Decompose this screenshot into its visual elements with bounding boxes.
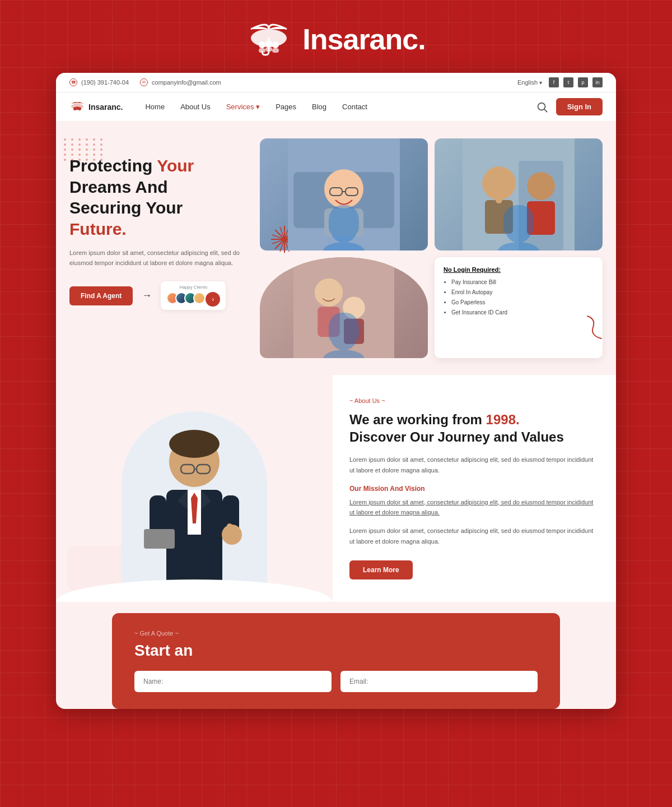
phone-icon: ☎ xyxy=(69,78,77,86)
svg-rect-39 xyxy=(344,319,364,344)
twitter-icon[interactable]: t xyxy=(563,77,573,87)
client-avatars: › xyxy=(166,292,220,307)
dot-pattern: // Will generate dots via JS below xyxy=(64,138,105,161)
svg-point-3 xyxy=(272,41,279,48)
social-links: f t p in xyxy=(549,77,603,87)
find-agent-button[interactable]: Find A Agent xyxy=(69,286,133,305)
quote-section: ~ Get A Quote ~ Start an xyxy=(112,613,560,709)
about-mission-desc-2: Lorem ipsum dolor sit amet, consectetur … xyxy=(349,526,599,546)
email-contact: ✉ companyinfo@gmail.com xyxy=(140,78,221,86)
svg-point-42 xyxy=(169,430,220,458)
main-card: ☎ (190) 391-740-04 ✉ companyinfo@gmail.c… xyxy=(56,73,616,709)
quote-heading: Start an xyxy=(134,641,538,660)
no-login-item-4: Get Insurance ID Card xyxy=(451,308,594,318)
about-mission-desc-1: Lorem ipsum dolor sit amet, consectetur … xyxy=(349,497,599,518)
svg-rect-27 xyxy=(324,208,363,236)
nav-about[interactable]: About Us xyxy=(180,103,210,111)
pinterest-icon[interactable]: p xyxy=(578,77,588,87)
nav-home[interactable]: Home xyxy=(145,103,165,111)
no-login-item-2: Enrol In Autopay xyxy=(451,287,594,298)
linkedin-icon[interactable]: in xyxy=(592,77,603,87)
about-description: Lorem ipsum dolor sit amet, consectetur … xyxy=(349,454,599,475)
phone-number: (190) 391-740-04 xyxy=(81,79,129,86)
client-avatar-4 xyxy=(193,292,206,304)
no-login-list: Pay Insurance Bill Enrol In Autopay Go P… xyxy=(444,277,594,318)
nav-logo-text: Insaranc. xyxy=(88,103,123,112)
top-bar-right: English f t p in xyxy=(517,77,603,87)
about-person-background xyxy=(122,411,267,602)
svg-rect-4 xyxy=(259,48,265,53)
quote-email-input[interactable] xyxy=(340,671,538,692)
nav-logo: Insaranc. xyxy=(69,99,123,115)
sign-in-button[interactable]: Sign In xyxy=(556,98,603,115)
svg-rect-53 xyxy=(227,523,232,536)
couple-car-placeholder xyxy=(435,138,603,251)
hero-heading-your: Your xyxy=(157,156,194,175)
happy-clients-label: Happy Clients xyxy=(179,285,207,290)
hero-image-man-car xyxy=(260,138,428,251)
svg-point-10 xyxy=(78,107,81,110)
about-person-illustration xyxy=(122,411,267,602)
no-login-item-1: Pay Insurance Bill xyxy=(451,277,594,287)
about-tag: ~ About Us ~ xyxy=(349,397,599,404)
top-bar-contact-info: ☎ (190) 391-740-04 ✉ companyinfo@gmail.c… xyxy=(69,78,221,86)
no-login-card: No Login Required: Pay Insurance Bill En… xyxy=(435,257,603,358)
brand-title: Insaranc. xyxy=(302,22,425,56)
family-placeholder xyxy=(260,257,428,358)
search-icon[interactable] xyxy=(536,101,548,113)
svg-point-1 xyxy=(259,41,265,48)
about-heading: We are working from 1998. Discover Our J… xyxy=(349,411,599,446)
quote-name-input[interactable] xyxy=(134,671,332,692)
svg-rect-55 xyxy=(144,529,175,549)
curl-decoration-icon xyxy=(585,313,607,341)
nav-bar: Insaranc. Home About Us Services ▾ Pages… xyxy=(56,92,616,122)
hero-heading-securing: Securing Your xyxy=(69,198,183,217)
svg-point-11 xyxy=(538,103,545,110)
hero-heading: Protecting Your Dreams And Securing Your… xyxy=(69,150,249,239)
language-selector[interactable]: English xyxy=(517,79,542,86)
email-icon: ✉ xyxy=(140,78,148,86)
learn-more-button[interactable]: Learn More xyxy=(349,560,413,579)
email-address: companyinfo@gmail.com xyxy=(152,79,221,86)
hero-heading-future: Future. xyxy=(69,220,127,238)
hero-heading-dreams: Dreams And xyxy=(69,178,168,196)
svg-rect-5 xyxy=(265,47,272,52)
svg-point-37 xyxy=(343,296,365,319)
about-year: 1998. xyxy=(486,412,520,427)
nav-services[interactable]: Services ▾ xyxy=(226,103,260,111)
about-heading-part2: Discover Our Journey and Values xyxy=(349,429,564,444)
hero-description: Lorem ipsum dolor sit amet, consectetur … xyxy=(69,248,249,268)
hero-left: // Will generate dots via JS below Prote… xyxy=(69,138,249,358)
clients-arrow-icon: › xyxy=(206,292,220,307)
hero-image-grid: No Login Required: Pay Insurance Bill En… xyxy=(260,138,603,358)
man-car-placeholder xyxy=(260,138,428,251)
about-mission-title: Our Mission And Vision xyxy=(349,485,599,493)
top-bar: ☎ (190) 391-740-04 ✉ companyinfo@gmail.c… xyxy=(56,73,616,92)
arrow-icon: → xyxy=(142,290,152,302)
nav-blog[interactable]: Blog xyxy=(312,103,326,111)
hero-section: // Will generate dots via JS below Prote… xyxy=(56,122,616,375)
no-login-item-3: Go Paperless xyxy=(451,298,594,308)
nav-pages[interactable]: Pages xyxy=(276,103,296,111)
facebook-icon[interactable]: f xyxy=(549,77,559,87)
hero-cta-row: Find A Agent → Happy Clients › xyxy=(69,281,249,310)
about-right: ~ About Us ~ We are working from 1998. D… xyxy=(333,375,616,602)
svg-point-36 xyxy=(315,279,343,307)
brand-header: Insaranc. xyxy=(0,0,672,73)
about-left xyxy=(56,375,333,602)
nav-contact[interactable]: Contact xyxy=(342,103,367,111)
svg-line-12 xyxy=(544,109,547,112)
about-heading-part1: We are working from xyxy=(349,412,486,427)
happy-clients-box: Happy Clients › xyxy=(161,281,226,310)
svg-point-31 xyxy=(527,172,555,200)
svg-point-2 xyxy=(265,40,272,47)
no-login-title: No Login Required: xyxy=(444,266,594,273)
quote-tag: ~ Get A Quote ~ xyxy=(134,630,538,637)
hero-image-family xyxy=(260,257,428,358)
phone-contact: ☎ (190) 391-740-04 xyxy=(69,78,129,86)
nav-actions: Sign In xyxy=(536,98,603,115)
nav-logo-icon xyxy=(69,99,85,115)
svg-rect-32 xyxy=(485,200,513,234)
svg-rect-6 xyxy=(272,48,279,53)
nav-links: Home About Us Services ▾ Pages Blog Cont… xyxy=(145,103,535,111)
